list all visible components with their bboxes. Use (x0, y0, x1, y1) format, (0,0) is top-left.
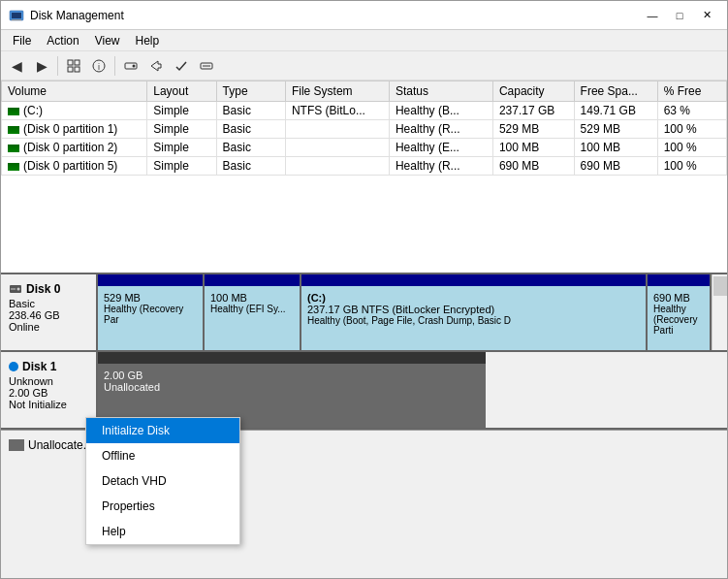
disk0-name: Disk 0 (9, 282, 88, 296)
context-menu-properties[interactable]: Properties (86, 494, 239, 519)
toolbar-back[interactable]: ◀ (5, 54, 28, 78)
disk0-partitions: 529 MB Healthy (Recovery Par 100 MB Heal… (98, 274, 727, 350)
disk0-name-text: Disk 0 (26, 282, 60, 296)
disk0-part2[interactable]: 100 MB Healthy (EFI Sy... (205, 274, 301, 350)
svg-rect-4 (75, 60, 79, 65)
toolbar-info[interactable]: i (87, 54, 111, 78)
disk0-part4-content: 690 MB Healthy (Recovery Parti (653, 292, 704, 336)
cell-capacity: 237.17 GB (492, 102, 574, 120)
svg-rect-5 (68, 67, 73, 72)
cell-type: Basic (216, 102, 285, 120)
disk0-part3-status: Healthy (Boot, Page File, Crash Dump, Ba… (307, 315, 640, 326)
toolbar-check[interactable] (170, 54, 193, 78)
svg-rect-1 (12, 13, 21, 18)
disk0-part1-status: Healthy (Recovery Par (104, 304, 197, 325)
cell-capacity: 690 MB (492, 157, 574, 176)
svg-rect-3 (68, 60, 73, 65)
disk1-name-text: Disk 1 (22, 360, 56, 373)
disk0-type: Basic (9, 298, 88, 309)
col-layout[interactable]: Layout (147, 81, 216, 102)
main-window: Disk Management — □ ✕ File Action View H… (0, 0, 728, 579)
toolbar-grid[interactable] (62, 54, 85, 78)
disk0-scrollbar[interactable] (712, 274, 727, 350)
context-menu-detach-vhd[interactable]: Detach VHD (86, 468, 239, 494)
cell-filesystem (285, 120, 389, 139)
disk0-part1[interactable]: 529 MB Healthy (Recovery Par (98, 274, 205, 350)
menu-file[interactable]: File (5, 32, 39, 49)
col-filesystem[interactable]: File System (285, 81, 389, 102)
menu-bar: File Action View Help (1, 30, 727, 51)
table-body: (C:) Simple Basic NTFS (BitLo... Healthy… (2, 102, 727, 176)
cell-capacity: 529 MB (492, 120, 574, 139)
context-menu: Initialize Disk Offline Detach VHD Prope… (85, 417, 240, 545)
disk0-row: Disk 0 Basic 238.46 GB Online 529 MB Hea… (1, 274, 727, 352)
window-title: Disk Management (30, 9, 124, 22)
menu-help[interactable]: Help (128, 32, 168, 49)
cell-status: Healthy (R... (389, 120, 492, 139)
disk0-part1-header (98, 274, 203, 286)
cell-volume: (C:) (2, 102, 147, 120)
legend-unalloc: Unallocate... (9, 438, 93, 452)
table-header-row: Volume Layout Type File System Status Ca… (2, 81, 727, 102)
menu-view[interactable]: View (87, 32, 128, 49)
disk0-part2-header (205, 274, 300, 286)
cell-layout: Simple (147, 139, 216, 157)
cell-layout: Simple (147, 120, 216, 139)
cell-status: Healthy (R... (389, 157, 492, 176)
disk0-part1-content: 529 MB Healthy (Recovery Par (104, 292, 197, 325)
context-menu-initialize[interactable]: Initialize Disk (86, 418, 239, 443)
cell-volume: (Disk 0 partition 1) (2, 120, 147, 139)
disk1-type: Unknown (9, 375, 88, 387)
disk1-name: Disk 1 (9, 360, 88, 373)
maximize-button[interactable]: □ (667, 6, 692, 25)
svg-rect-6 (75, 67, 79, 72)
disk0-part3[interactable]: (C:) 237.17 GB NTFS (BitLocker Encrypted… (301, 274, 648, 350)
cell-volume: (Disk 0 partition 5) (2, 157, 147, 176)
toolbar-minus[interactable] (195, 54, 218, 78)
disk0-part3-header (301, 274, 646, 286)
disk0-part2-status: Healthy (EFI Sy... (210, 304, 294, 314)
col-type[interactable]: Type (216, 81, 285, 102)
toolbar-arrow[interactable] (144, 54, 168, 78)
toolbar-forward[interactable]: ▶ (30, 54, 53, 78)
unalloc-header (98, 352, 486, 364)
disk1-label: Disk 1 Unknown 2.00 GB Not Initialize (1, 352, 98, 428)
disk1-status: Not Initialize (9, 399, 88, 410)
close-button[interactable]: ✕ (694, 6, 719, 25)
disk0-part3-size: 237.17 GB NTFS (BitLocker Encrypted) (307, 304, 640, 315)
unalloc-content: 2.00 GB Unallocated (98, 368, 486, 395)
col-capacity[interactable]: Capacity (492, 81, 574, 102)
col-free[interactable]: Free Spa... (574, 81, 657, 102)
table-row[interactable]: (Disk 0 partition 2) Simple Basic Health… (2, 139, 727, 157)
disk0-part4[interactable]: 690 MB Healthy (Recovery Parti (648, 274, 712, 350)
disk0-size: 238.46 GB (9, 309, 88, 321)
disk1-size: 2.00 GB (9, 387, 88, 399)
menu-action[interactable]: Action (39, 32, 86, 49)
context-menu-offline[interactable]: Offline (86, 443, 239, 468)
cell-type: Basic (216, 157, 285, 176)
table-row[interactable]: (Disk 0 partition 5) Simple Basic Health… (2, 157, 727, 176)
col-volume[interactable]: Volume (2, 81, 147, 102)
disk0-part4-size: 690 MB (653, 292, 704, 304)
disk1-circle-icon (9, 362, 18, 371)
cell-pct: 100 % (657, 139, 726, 157)
svg-rect-2 (12, 19, 21, 20)
table-row[interactable]: (Disk 0 partition 1) Simple Basic Health… (2, 120, 727, 139)
table-row[interactable]: (C:) Simple Basic NTFS (BitLo... Healthy… (2, 102, 727, 120)
cell-pct: 63 % (657, 102, 726, 120)
context-menu-help[interactable]: Help (86, 519, 239, 544)
disk0-part2-size: 100 MB (210, 292, 294, 304)
col-status[interactable]: Status (389, 81, 492, 102)
unalloc-label: Unallocated (104, 381, 480, 393)
col-pct[interactable]: % Free (657, 81, 726, 102)
cell-status: Healthy (B... (389, 102, 492, 120)
cell-filesystem (285, 139, 389, 157)
cell-filesystem: NTFS (BitLo... (285, 102, 389, 120)
disk0-part3-label: (C:) (307, 292, 640, 304)
toolbar-disk[interactable] (119, 54, 142, 78)
cell-status: Healthy (E... (389, 139, 492, 157)
volume-table-section[interactable]: Volume Layout Type File System Status Ca… (1, 80, 727, 274)
cell-free: 690 MB (574, 157, 657, 176)
cell-pct: 100 % (657, 157, 726, 176)
minimize-button[interactable]: — (640, 6, 665, 25)
